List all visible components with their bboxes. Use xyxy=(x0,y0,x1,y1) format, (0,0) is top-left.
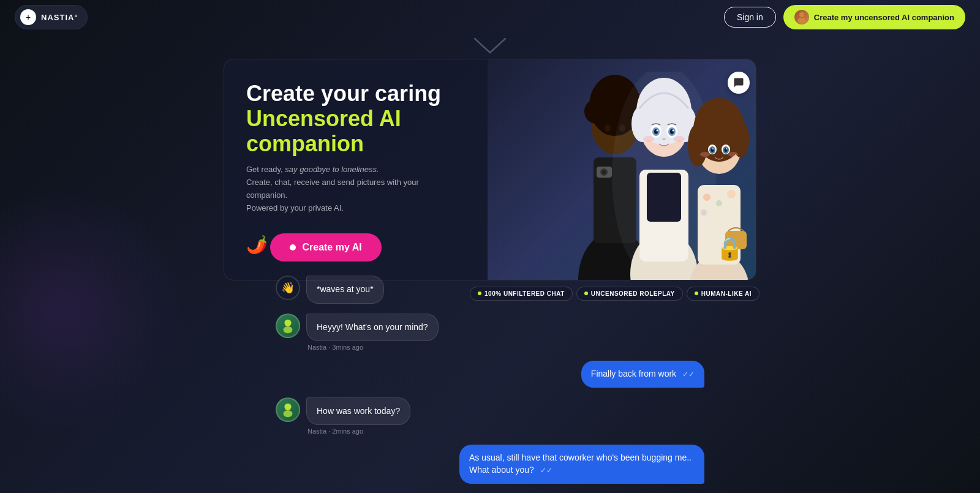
create-ai-btn-label: Create my AI xyxy=(302,242,361,253)
chat-section: 👋 *waves at you* Heyyy! What's on your m… xyxy=(276,269,704,493)
hero-text-side: Create your caring Uncensored AI compani… xyxy=(224,59,488,280)
system-message-text: *waves at you* xyxy=(317,284,374,294)
ai-bubble-1: Heyyy! What's on your mind? xyxy=(306,314,439,342)
svg-point-56 xyxy=(284,410,293,417)
hero-card: Create your caring Uncensored AI compani… xyxy=(224,59,756,280)
svg-point-36 xyxy=(727,190,736,198)
svg-point-27 xyxy=(657,129,658,131)
brand-icon: + xyxy=(20,9,36,25)
chili-emoji: 🌶️ xyxy=(246,235,268,255)
svg-point-35 xyxy=(716,200,722,206)
hero-image-side: 🔒 xyxy=(488,59,756,280)
user-bubble-4: As usual, still have that coworker who's… xyxy=(459,445,704,483)
svg-point-29 xyxy=(662,138,666,140)
message-tick: ✓✓ xyxy=(682,369,695,380)
ai-sender-info: Nastia · 3mins ago xyxy=(306,344,439,351)
hero-container: Create your caring Uncensored AI compani… xyxy=(221,34,760,301)
header-cta-avatar xyxy=(794,10,809,24)
hero-chevron xyxy=(472,34,508,59)
header: + NASTIA° Sign in Create my uncensored A… xyxy=(0,0,980,34)
svg-point-37 xyxy=(701,209,707,216)
chat-message-row-4: As usual, still have that coworker who's… xyxy=(276,445,704,483)
svg-point-28 xyxy=(673,129,674,131)
ai-bubble-3: How was work today? xyxy=(306,397,410,426)
svg-point-0 xyxy=(799,12,804,17)
ai-message-group-3: How was work today? Nastia · 2mins ago xyxy=(306,397,410,435)
create-companion-button[interactable]: Create my uncensored AI companion xyxy=(783,5,965,29)
ai-message-text: Heyyy! What's on your mind? xyxy=(317,322,428,332)
svg-point-55 xyxy=(284,404,291,410)
brand-name: NASTIA° xyxy=(41,13,78,22)
ai-sender-info: Nastia · 2mins ago xyxy=(306,427,410,435)
ai-avatar-1 xyxy=(276,314,300,338)
chat-message-row-0: 👋 *waves at you* xyxy=(276,276,704,304)
brand-logo[interactable]: + NASTIA° xyxy=(15,5,88,29)
chat-message-row-1: Heyyy! What's on your mind? Nastia · 3mi… xyxy=(276,314,704,352)
badge-label: HUMAN-LIKE AI xyxy=(701,290,752,297)
header-left: + NASTIA° xyxy=(15,5,88,29)
svg-point-34 xyxy=(703,194,710,201)
svg-point-41 xyxy=(732,121,749,157)
svg-point-8 xyxy=(605,124,611,132)
hero-title: Create your caring Uncensored AI compani… xyxy=(246,81,469,156)
svg-point-49 xyxy=(726,148,727,149)
sign-in-button[interactable]: Sign in xyxy=(724,7,776,28)
chat-message-row-2: Finally back from work ✓✓ xyxy=(276,361,704,388)
header-right: Sign in Create my uncensored AI companio… xyxy=(724,5,965,29)
svg-point-30 xyxy=(643,136,654,142)
svg-point-54 xyxy=(284,326,293,333)
svg-point-12 xyxy=(602,170,606,174)
svg-point-31 xyxy=(674,136,685,142)
svg-point-1 xyxy=(797,18,806,24)
svg-point-6 xyxy=(584,99,609,124)
svg-rect-16 xyxy=(647,173,681,222)
system-bubble: *waves at you* xyxy=(306,276,384,304)
create-ai-btn-dot xyxy=(290,244,296,250)
hero-title-line2: Uncensored AI xyxy=(246,106,469,131)
svg-point-50 xyxy=(700,152,710,157)
system-avatar: 👋 xyxy=(276,276,300,300)
hero-subtitle: Get ready, say goodbye to loneliness. Cr… xyxy=(246,164,442,214)
ai-message-group-1: Heyyy! What's on your mind? Nastia · 3mi… xyxy=(306,314,439,352)
user-bubble-2: Finally back from work ✓✓ xyxy=(581,361,704,388)
hero-chat-bubble xyxy=(728,72,750,94)
svg-point-40 xyxy=(688,124,707,167)
hero-title-line1: Create your caring xyxy=(246,81,469,106)
user-message-text: As usual, still have that coworker who's… xyxy=(469,453,692,475)
ai-message-text: How was work today? xyxy=(317,406,400,416)
cta-header-label: Create my uncensored AI companion xyxy=(814,13,954,22)
hero-title-line3: companion xyxy=(246,131,469,156)
svg-point-48 xyxy=(712,148,714,149)
message-tick: ✓✓ xyxy=(540,465,552,476)
create-ai-button[interactable]: Create my AI xyxy=(270,233,381,262)
svg-point-51 xyxy=(728,152,738,157)
chat-message-row-3: How was work today? Nastia · 2mins ago xyxy=(276,397,704,435)
ai-avatar-3 xyxy=(276,397,300,422)
svg-point-53 xyxy=(284,319,291,326)
lock-emoji: 🔒 xyxy=(716,236,744,262)
user-message-text: Finally back from work xyxy=(591,369,676,378)
